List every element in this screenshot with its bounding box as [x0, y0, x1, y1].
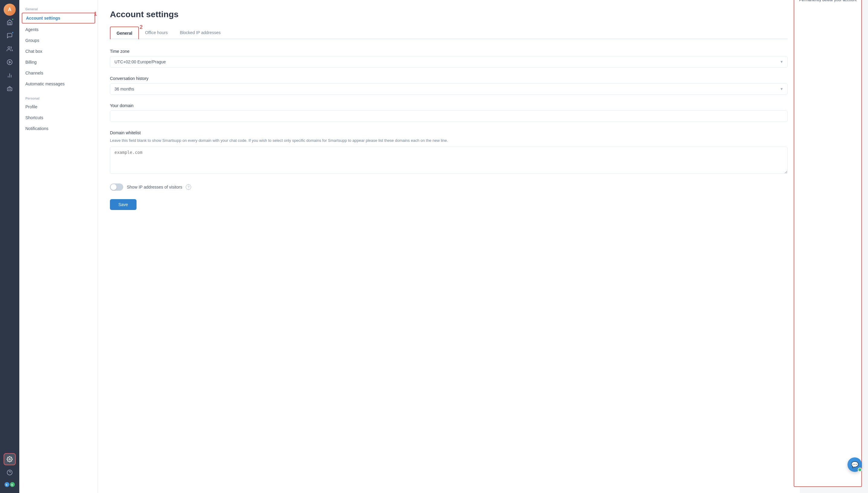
domain-whitelist-label: Domain whitelist [110, 130, 788, 135]
avatar[interactable]: A [4, 4, 16, 16]
personal-section-label: Personal [19, 94, 98, 101]
nav-item-agents[interactable]: Agents [19, 24, 98, 35]
domain-whitelist-description: Leave this field blank to show Smartsupp… [110, 137, 788, 144]
chat-icon[interactable] [4, 29, 16, 42]
timezone-section: Time zone UTC+02:00 Europe/Prague ▼ [110, 49, 788, 68]
page-title: Account settings [110, 10, 788, 19]
conversation-history-label: Conversation history [110, 76, 788, 81]
tabs-container: General 2 Office hours Blocked IP addres… [110, 26, 788, 39]
svg-text:s: s [11, 483, 13, 486]
your-domain-input[interactable] [110, 110, 788, 122]
badge-1: 1 [94, 11, 97, 17]
show-ip-row: Show IP addresses of visitors ? [110, 184, 788, 191]
nav-item-shortcuts[interactable]: Shortcuts [19, 112, 98, 123]
show-ip-label: Show IP addresses of visitors [127, 185, 182, 190]
icon-sidebar: A [0, 0, 19, 493]
nav-item-chat-box[interactable]: Chat box [19, 46, 98, 57]
chat-dot [12, 31, 14, 34]
conversation-history-select[interactable]: 36 months [110, 83, 788, 95]
chat-widget-bubble[interactable]: 💬 [847, 457, 862, 472]
timezone-label: Time zone [110, 49, 788, 54]
tab-active-underline [110, 39, 138, 40]
show-ip-toggle[interactable] [110, 184, 123, 191]
show-ip-help-icon[interactable]: ? [186, 184, 191, 190]
svg-point-1 [7, 60, 13, 65]
timezone-select-wrapper: UTC+02:00 Europe/Prague ▼ [110, 56, 788, 68]
sidebar-bottom: s s [4, 453, 16, 489]
nav-sidebar: General Account settings 1 Agents Groups… [19, 0, 98, 493]
svg-rect-6 [7, 88, 12, 91]
home-dot [12, 18, 14, 21]
conversation-history-section: Conversation history 36 months ▼ [110, 76, 788, 95]
tab-blocked-ip[interactable]: Blocked IP addresses [174, 26, 226, 39]
your-domain-section: Your domain [110, 103, 788, 122]
nav-item-groups[interactable]: Groups [19, 35, 98, 46]
toggle-knob [110, 184, 117, 190]
nav-item-notifications[interactable]: Notifications [19, 123, 98, 134]
tab-general[interactable]: General 2 [110, 26, 139, 39]
delete-account-link[interactable]: 3 Permanently delete your account [794, 0, 862, 487]
domain-whitelist-textarea[interactable] [110, 147, 788, 174]
smartsupp-logo: s s [4, 481, 15, 489]
main-content: Account settings General 2 Office hours … [98, 0, 800, 493]
nav-item-automatic-messages[interactable]: Automatic messages [19, 79, 98, 89]
chat-bubble-status-dot [858, 468, 862, 472]
nav-item-profile[interactable]: Profile [19, 101, 98, 112]
domain-whitelist-section: Domain whitelist Leave this field blank … [110, 130, 788, 175]
general-section-label: General [19, 5, 98, 12]
chat-bubble-icon: 💬 [851, 461, 859, 468]
help-icon[interactable] [4, 467, 16, 478]
nav-item-billing[interactable]: Billing [19, 57, 98, 68]
your-domain-label: Your domain [110, 103, 788, 108]
conversation-history-select-wrapper: 36 months ▼ [110, 83, 788, 95]
contacts-icon[interactable] [4, 43, 16, 55]
svg-marker-2 [9, 61, 11, 63]
svg-point-8 [10, 89, 11, 90]
settings-icon[interactable] [4, 453, 16, 465]
play-icon[interactable] [4, 56, 16, 68]
analytics-icon[interactable] [4, 69, 16, 82]
nav-item-account-settings[interactable]: Account settings 1 [22, 13, 95, 24]
bot-icon[interactable] [4, 83, 16, 95]
svg-text:s: s [6, 483, 7, 486]
svg-point-7 [9, 89, 9, 90]
svg-point-0 [8, 47, 10, 49]
tab-office-hours[interactable]: Office hours [139, 26, 174, 39]
nav-item-channels[interactable]: Channels [19, 68, 98, 79]
save-button[interactable]: Save [110, 199, 137, 210]
timezone-select[interactable]: UTC+02:00 Europe/Prague [110, 56, 788, 68]
home-icon[interactable] [4, 16, 16, 28]
svg-point-9 [9, 458, 11, 460]
